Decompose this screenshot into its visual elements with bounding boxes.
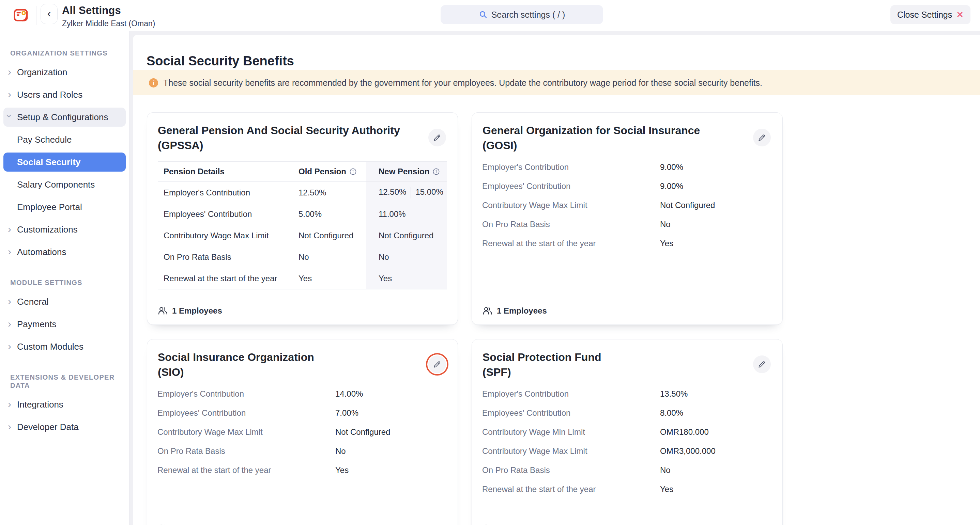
employees-count: 1 Employees xyxy=(158,523,222,525)
pencil-icon xyxy=(433,133,442,142)
chevron-right-icon: › xyxy=(8,296,11,306)
sidebar-item-organization[interactable]: › Organization xyxy=(3,63,126,82)
spf-details: Employer's Contribution13.50% Employees'… xyxy=(482,384,772,499)
table-row: Contributory Wage Max Limit Not Configur… xyxy=(158,225,447,246)
employees-count: 1 Employees xyxy=(158,306,222,316)
info-banner-text: These social security benefits are recom… xyxy=(163,78,762,88)
list-item: Renewal at the start of the yearYes xyxy=(482,480,772,499)
list-item: On Pro Rata BasisNo xyxy=(482,215,772,234)
sidebar-item-integrations[interactable]: › Integrations xyxy=(3,395,126,414)
old-pension-header: Old Pension xyxy=(299,162,366,181)
employees-icon xyxy=(158,306,168,316)
list-item: Employees' Contribution9.00% xyxy=(482,177,772,196)
table-row: On Pro Rata Basis No No xyxy=(158,246,447,268)
chevron-right-icon: › xyxy=(8,246,11,257)
new-pension-old-rate[interactable]: 12.50% xyxy=(379,187,406,198)
gosi-card: General Organization for Social Insuranc… xyxy=(472,113,783,325)
info-icon: i xyxy=(149,78,158,87)
back-button[interactable]: ‹ xyxy=(41,4,57,24)
top-header: ‹ All Settings Zylker Middle East (Oman)… xyxy=(0,0,980,31)
chevron-right-icon: › xyxy=(8,422,11,432)
organization-name: Zylker Middle East (Oman) xyxy=(62,19,155,28)
employees-icon xyxy=(158,523,168,525)
sidebar-item-users-and-roles[interactable]: › Users and Roles xyxy=(3,85,126,104)
list-item: Contributory Wage Max LimitOMR3,000.000 xyxy=(482,442,772,461)
search-icon xyxy=(479,10,488,19)
chevron-right-icon: › xyxy=(8,399,11,409)
table-row: Employer's Contribution 12.50% 12.50% 15… xyxy=(158,182,447,203)
spf-edit-button[interactable] xyxy=(753,355,771,373)
sidebar-item-general[interactable]: › General xyxy=(3,292,126,311)
sidebar-item-developer-data[interactable]: › Developer Data xyxy=(3,417,126,436)
employees-icon xyxy=(482,523,493,525)
pension-table: Pension Details Old Pension New Pension xyxy=(158,162,447,289)
page-context-title: All Settings xyxy=(62,5,155,17)
sidebar-item-salary-components[interactable]: Salary Components xyxy=(3,175,126,194)
new-pension-header: New Pension xyxy=(366,162,447,181)
pencil-icon xyxy=(757,133,766,142)
sidebar-item-automations[interactable]: › Automations xyxy=(3,243,126,262)
sidebar-section-organization-settings: ORGANIZATION SETTINGS xyxy=(3,49,126,57)
list-item: Employees' Contribution7.00% xyxy=(158,403,447,422)
table-row: Renewal at the start of the year Yes Yes xyxy=(158,268,447,289)
list-item: Employer's Contribution14.00% xyxy=(158,384,447,403)
header-divider xyxy=(36,6,37,25)
page-title: Social Security Benefits xyxy=(146,54,294,68)
new-pension-new-rate[interactable]: 15.00% xyxy=(415,187,443,198)
chevron-right-icon: › xyxy=(8,67,11,77)
list-item: On Pro Rata BasisNo xyxy=(158,442,447,461)
old-pension-info-icon[interactable] xyxy=(349,168,357,175)
chevron-right-icon: › xyxy=(8,319,11,329)
sio-card: Social Insurance Organization (SIO) Empl… xyxy=(147,339,458,525)
info-banner: i These social security benefits are rec… xyxy=(133,70,980,95)
gpssa-card-title: General Pension And Social Security Auth… xyxy=(147,113,458,153)
chevron-right-icon: › xyxy=(8,89,11,100)
new-pension-info-icon[interactable] xyxy=(433,168,440,175)
pencil-icon xyxy=(433,360,442,369)
spf-card-title: Social Protection Fund (SPF) xyxy=(472,339,783,380)
sidebar-item-pay-schedule[interactable]: Pay Schedule xyxy=(3,130,126,149)
sidebar-item-setup-and-configurations[interactable]: › Setup & Configurations xyxy=(3,108,126,127)
sidebar-section-module-settings: MODULE SETTINGS xyxy=(3,279,126,287)
new-pension-split-values: 12.50% 15.00% xyxy=(366,182,447,203)
settings-sidebar: ORGANIZATION SETTINGS › Organization › U… xyxy=(0,31,129,525)
sidebar-item-custom-modules[interactable]: › Custom Modules xyxy=(3,337,126,356)
main-content: Social Security Benefits i These social … xyxy=(133,35,980,525)
list-item: On Pro Rata BasisNo xyxy=(482,461,772,480)
gosi-card-title: General Organization for Social Insuranc… xyxy=(472,113,783,153)
sio-edit-button-highlighted[interactable] xyxy=(428,355,446,373)
close-settings-button[interactable]: Close Settings ✕ xyxy=(890,5,970,24)
payroll-app-logo-icon xyxy=(13,8,29,23)
table-row: Employees' Contribution 5.00% 11.00% xyxy=(158,203,447,225)
list-item: Renewal at the start of the yearYes xyxy=(158,461,447,480)
pencil-icon xyxy=(757,360,766,369)
close-icon: ✕ xyxy=(956,10,964,19)
list-item: Contributory Wage Max LimitNot Configure… xyxy=(482,196,772,215)
pension-details-header: Pension Details xyxy=(158,162,299,181)
sidebar-item-payments[interactable]: › Payments xyxy=(3,315,126,334)
search-placeholder: Search settings ( / ) xyxy=(492,10,565,20)
sidebar-item-employee-portal[interactable]: Employee Portal xyxy=(3,197,126,217)
employees-count: 1 Employees xyxy=(482,523,547,525)
sidebar-item-social-security[interactable]: Social Security xyxy=(3,152,126,171)
gpssa-card: General Pension And Social Security Auth… xyxy=(147,113,458,325)
search-settings-input[interactable]: Search settings ( / ) xyxy=(441,5,603,24)
sio-card-title: Social Insurance Organization (SIO) xyxy=(147,339,458,380)
chevron-left-icon: ‹ xyxy=(48,7,51,20)
header-titles: All Settings Zylker Middle East (Oman) xyxy=(62,5,155,28)
sidebar-item-customizations[interactable]: › Customizations xyxy=(3,220,126,239)
chevron-down-icon: › xyxy=(5,114,15,117)
chevron-right-icon: › xyxy=(8,224,11,234)
list-item: Renewal at the start of the yearYes xyxy=(482,234,772,253)
employees-count: 1 Employees xyxy=(482,306,547,316)
value-divider xyxy=(410,187,411,198)
sio-details: Employer's Contribution14.00% Employees'… xyxy=(158,384,447,480)
pension-table-header: Pension Details Old Pension New Pension xyxy=(158,162,447,182)
gosi-edit-button[interactable] xyxy=(753,129,771,146)
list-item: Contributory Wage Min LimitOMR180.000 xyxy=(482,422,772,442)
list-item: Employer's Contribution9.00% xyxy=(482,158,772,177)
gosi-details: Employer's Contribution9.00% Employees' … xyxy=(482,158,772,253)
list-item: Employer's Contribution13.50% xyxy=(482,384,772,403)
list-item: Contributory Wage Max LimitNot Configure… xyxy=(158,422,447,442)
gpssa-edit-button[interactable] xyxy=(428,129,446,146)
